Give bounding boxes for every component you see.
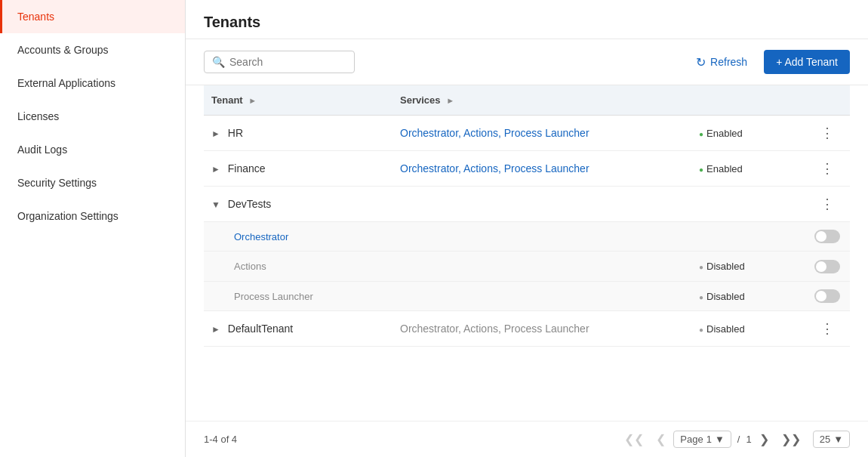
page-header: Tenants <box>186 0 868 39</box>
sidebar-item-licenses[interactable]: Licenses <box>0 100 185 133</box>
toolbar: 🔍 ↻ Refresh + Add Tenant <box>186 39 868 85</box>
main-content: Tenants 🔍 ↻ Refresh + Add Tenant Tenant … <box>186 0 868 457</box>
sidebar-item-accounts-groups[interactable]: Accounts & Groups <box>0 33 185 66</box>
page-nav: ❮❮ ❮ Page 1 ▼ / 1 ❯ ❯❯ <box>620 431 805 448</box>
page-total: 1 <box>746 434 751 445</box>
table-row: ▼ DevTests ⋮ <box>204 187 850 222</box>
pagination-range: 1-4 of 4 <box>204 434 612 445</box>
page-dropdown-icon: ▼ <box>715 434 725 445</box>
prev-page-button[interactable]: ❮ <box>651 431 670 448</box>
sub-disabled-dot: ● <box>699 293 703 301</box>
sub-service-row: Process Launcher ●Disabled <box>204 281 850 310</box>
enabled-dot: ● <box>699 165 703 174</box>
more-options-button[interactable]: ⋮ <box>816 125 839 141</box>
sidebar-item-security-settings[interactable]: Security Settings <box>0 166 185 199</box>
service-toggle[interactable] <box>814 260 840 273</box>
table-row: ► Finance Orchestrator, Actions, Process… <box>204 151 850 187</box>
action-column-header <box>805 85 850 116</box>
row-expander[interactable]: ► <box>211 324 220 335</box>
sidebar-item-external-applications[interactable]: External Applications <box>0 66 185 100</box>
sub-service-name: Actions <box>211 261 266 272</box>
services-link[interactable]: Orchestrator, Actions, Process Launcher <box>400 127 589 139</box>
last-page-button[interactable]: ❯❯ <box>777 431 805 448</box>
sidebar: Tenants Accounts & Groups External Appli… <box>0 0 186 457</box>
more-options-button[interactable]: ⋮ <box>816 196 839 212</box>
status-label: Disabled <box>706 323 745 335</box>
sub-service-name: Process Launcher <box>211 291 313 302</box>
service-toggle[interactable] <box>814 230 840 243</box>
search-box[interactable]: 🔍 <box>204 51 355 73</box>
tenant-name: DefaultTenant <box>228 323 293 335</box>
tenant-name: DevTests <box>228 198 272 210</box>
search-input[interactable] <box>229 56 346 68</box>
sidebar-item-audit-logs[interactable]: Audit Logs <box>0 133 185 166</box>
page-select[interactable]: Page 1 ▼ <box>673 431 731 448</box>
status-label: Enabled <box>706 163 743 174</box>
tenant-sort-icon: ► <box>248 96 257 105</box>
next-page-button[interactable]: ❯ <box>755 431 774 448</box>
tenant-name: Finance <box>228 162 266 174</box>
page-title: Tenants <box>204 14 260 30</box>
search-icon: 🔍 <box>212 56 225 68</box>
pagination-bar: 1-4 of 4 ❮❮ ❮ Page 1 ▼ / 1 ❯ ❯❯ 25 ▼ <box>186 421 868 457</box>
tenants-table: Tenant ► Services ► ► HR Orchestra <box>204 85 850 347</box>
refresh-button[interactable]: ↻ Refresh <box>688 51 755 74</box>
service-toggle[interactable] <box>814 289 840 303</box>
first-page-button[interactable]: ❮❮ <box>620 431 648 448</box>
more-options-button[interactable]: ⋮ <box>816 160 839 177</box>
disabled-dot: ● <box>699 326 703 334</box>
row-expander[interactable]: ► <box>211 164 220 174</box>
services-sort-icon: ► <box>446 96 454 105</box>
sub-status-label: Disabled <box>706 261 745 272</box>
sub-service-row: Orchestrator <box>204 222 850 252</box>
sub-disabled-dot: ● <box>699 263 703 271</box>
services-link[interactable]: Orchestrator, Actions, Process Launcher <box>400 162 589 174</box>
sidebar-item-organization-settings[interactable]: Organization Settings <box>0 199 185 233</box>
sub-service-row: Actions ●Disabled <box>204 252 850 281</box>
sidebar-item-tenants[interactable]: Tenants <box>0 0 185 33</box>
enabled-dot: ● <box>699 130 703 138</box>
table-row: ► HR Orchestrator, Actions, Process Laun… <box>204 116 850 151</box>
more-options-button[interactable]: ⋮ <box>816 320 839 337</box>
add-tenant-button[interactable]: + Add Tenant <box>764 50 850 74</box>
table-row: ► DefaultTenant Orchestrator, Actions, P… <box>204 310 850 346</box>
status-column-header <box>691 85 805 116</box>
row-expander[interactable]: ▼ <box>211 199 220 210</box>
services-text: Orchestrator, Actions, Process Launcher <box>400 323 589 335</box>
per-page-dropdown-icon: ▼ <box>833 434 843 445</box>
tenants-table-container: Tenant ► Services ► ► HR Orchestra <box>186 85 868 421</box>
row-expander[interactable]: ► <box>211 128 220 139</box>
status-label: Enabled <box>706 128 743 139</box>
tenant-column-header[interactable]: Tenant ► <box>204 85 392 116</box>
sub-status-label: Disabled <box>706 291 745 302</box>
services-column-header[interactable]: Services ► <box>392 85 691 116</box>
page-separator: / <box>737 434 740 445</box>
sub-service-link[interactable]: Orchestrator <box>211 231 288 242</box>
per-page-select[interactable]: 25 ▼ <box>813 431 850 448</box>
refresh-icon: ↻ <box>696 55 706 69</box>
tenant-name: HR <box>228 127 243 139</box>
